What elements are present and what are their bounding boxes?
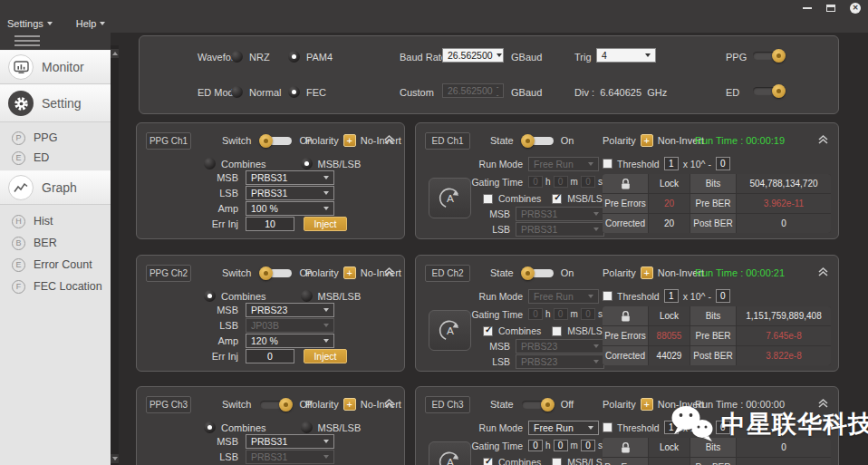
triangle-down-icon	[112, 457, 118, 460]
ed-ch2-chip: ED Ch2	[425, 265, 470, 282]
sidebar-item-hist[interactable]: H Hist	[0, 211, 111, 231]
polarity-plus-icon[interactable]: +	[641, 398, 653, 411]
sidebar-item-error-count[interactable]: E Error Count	[0, 255, 111, 275]
gating-hours-input[interactable]	[528, 308, 543, 320]
polarity-plus-icon[interactable]: +	[343, 398, 356, 411]
ed-master-toggle[interactable]	[752, 84, 786, 98]
collapse-chevron-icon[interactable]	[817, 132, 829, 149]
combines-radio[interactable]	[204, 158, 216, 170]
ppg-ch2-switch-toggle[interactable]	[259, 266, 293, 280]
sidebar-scrollbar[interactable]	[111, 45, 119, 465]
polarity-plus-icon[interactable]: +	[343, 266, 356, 279]
polarity-plus-icon[interactable]: +	[641, 134, 653, 147]
ppg-ch3-lsb-select[interactable]: PRBS31	[246, 450, 334, 464]
ppg-ch2-inject-button[interactable]: Inject	[304, 349, 347, 363]
maximize-button[interactable]	[826, 5, 835, 12]
menu-settings[interactable]: Settings	[7, 18, 53, 29]
ppg-ch1-lsb-select[interactable]: PRBS31	[246, 186, 334, 200]
ed-ch3-run-mode-select[interactable]: Free Run	[528, 421, 599, 435]
gating-hours-input[interactable]	[528, 176, 543, 188]
baud-rate-select[interactable]: 26.562500	[442, 48, 504, 63]
ed-ch2-msb-select[interactable]: PRBS23	[516, 339, 604, 354]
bits-label: Bits	[690, 174, 736, 193]
combines-checkbox[interactable]	[483, 194, 493, 204]
ppg-ch1-inject-button[interactable]: Inject	[304, 217, 347, 231]
ed-ch1-run-mode-select[interactable]: Free Run	[528, 157, 599, 171]
gating-minutes-input[interactable]	[554, 440, 568, 451]
results-grid: Lock Bits 1,151,759,889,408 Pre Errors 8…	[603, 306, 831, 365]
custom-baud-input[interactable]: 26.562500--	[442, 83, 504, 98]
combines-checkbox[interactable]	[483, 326, 493, 336]
polarity-plus-icon[interactable]: +	[641, 266, 653, 279]
msblsb-radio[interactable]	[301, 158, 313, 170]
gating-hours-input[interactable]	[528, 440, 543, 451]
msblsb-checkbox[interactable]	[552, 194, 562, 204]
chevron-down-icon	[593, 360, 599, 363]
lsb-label: LSB	[423, 224, 510, 235]
corrected-value: 20	[649, 214, 690, 233]
combines-checkbox[interactable]	[483, 458, 493, 465]
gating-minutes-input[interactable]	[554, 176, 568, 188]
threshold-exponent-input[interactable]	[716, 289, 730, 303]
ed-ch3-state-toggle[interactable]	[521, 398, 555, 412]
ppg-ch1-amp-select[interactable]: 100 %	[246, 201, 334, 216]
trig-select[interactable]: 4	[596, 48, 656, 63]
pre-errors-label: Pre Errors	[603, 458, 648, 465]
ppg-ch1-msb-select[interactable]: PRBS31	[246, 170, 334, 185]
threshold-mantissa-input[interactable]	[664, 157, 679, 170]
sidebar-item-setting[interactable]: Setting	[0, 84, 111, 122]
combines-radio[interactable]	[204, 421, 216, 433]
sidebar-item-monitor[interactable]: Monitor	[0, 50, 111, 84]
ed-ch1-lsb-select[interactable]: PRBS31	[516, 222, 604, 237]
sidebar-item-ber[interactable]: B BER	[0, 233, 111, 253]
ppg-ch3-switch-toggle[interactable]	[259, 398, 293, 412]
threshold-checkbox[interactable]	[603, 291, 612, 301]
sidebar-item-ed[interactable]: E ED	[0, 148, 111, 168]
threshold-checkbox[interactable]	[603, 422, 612, 432]
gating-seconds-input[interactable]	[581, 308, 595, 320]
close-button[interactable]: ✕	[850, 3, 861, 14]
combines-label: Combines	[498, 193, 541, 204]
ppg-ch3-msb-select[interactable]: PRBS31	[246, 434, 334, 449]
msblsb-radio[interactable]	[301, 421, 313, 433]
ppg-ch2-msb-select[interactable]: PRBS23	[246, 303, 334, 317]
ed-ch2-run-mode-select[interactable]: Free Run	[528, 289, 599, 304]
threshold-checkbox[interactable]	[603, 159, 612, 169]
gating-seconds-input[interactable]	[581, 440, 595, 451]
chevron-down-icon	[497, 53, 502, 57]
scroll-down-button[interactable]	[111, 454, 119, 463]
menu-help[interactable]: Help	[76, 18, 106, 29]
ed-ch2-state-toggle[interactable]	[521, 266, 555, 280]
ed-ch2-lsb-select[interactable]: PRBS23	[516, 354, 604, 369]
threshold-exponent-input[interactable]	[716, 157, 730, 170]
gating-seconds-input[interactable]	[581, 176, 595, 188]
ed-mode-normal-radio[interactable]	[231, 86, 243, 98]
ppg-ch1-err-inj-input[interactable]	[246, 217, 294, 231]
gating-minutes-input[interactable]	[554, 308, 568, 320]
ppg-ch2-err-inj-input[interactable]	[246, 349, 294, 363]
combines-radio[interactable]	[204, 290, 216, 302]
hamburger-icon[interactable]	[14, 35, 40, 49]
ppg-ch1-switch-toggle[interactable]	[259, 134, 293, 148]
sidebar-item-graph[interactable]: Graph	[0, 170, 111, 205]
polarity-plus-icon[interactable]: +	[343, 134, 356, 147]
msblsb-radio[interactable]	[301, 290, 313, 302]
waveform-pam4-radio[interactable]	[288, 51, 300, 63]
waveform-nrz-radio[interactable]	[231, 51, 243, 63]
ed-mode-fec-radio[interactable]	[288, 86, 300, 98]
err-inj-label: Err Inj	[137, 351, 238, 362]
pre-errors-value	[649, 458, 690, 465]
sidebar-item-ppg[interactable]: P PPG	[0, 128, 111, 148]
msblsb-checkbox[interactable]	[552, 458, 562, 465]
ppg-ch2-lsb-select[interactable]: JP03B	[246, 318, 334, 333]
threshold-mantissa-input[interactable]	[664, 289, 679, 303]
collapse-chevron-icon[interactable]	[817, 265, 829, 281]
ed-ch1-msb-select[interactable]: PRBS31	[516, 207, 604, 221]
scroll-up-button[interactable]	[111, 49, 119, 58]
sidebar-item-fec-location[interactable]: F FEC Location	[0, 276, 111, 296]
ppg-master-toggle[interactable]	[752, 49, 786, 63]
ed-ch1-state-toggle[interactable]	[521, 134, 555, 148]
ppg-ch2-amp-select[interactable]: 120 %	[246, 334, 334, 348]
minimize-button[interactable]	[803, 7, 812, 9]
msblsb-checkbox[interactable]	[552, 326, 562, 336]
